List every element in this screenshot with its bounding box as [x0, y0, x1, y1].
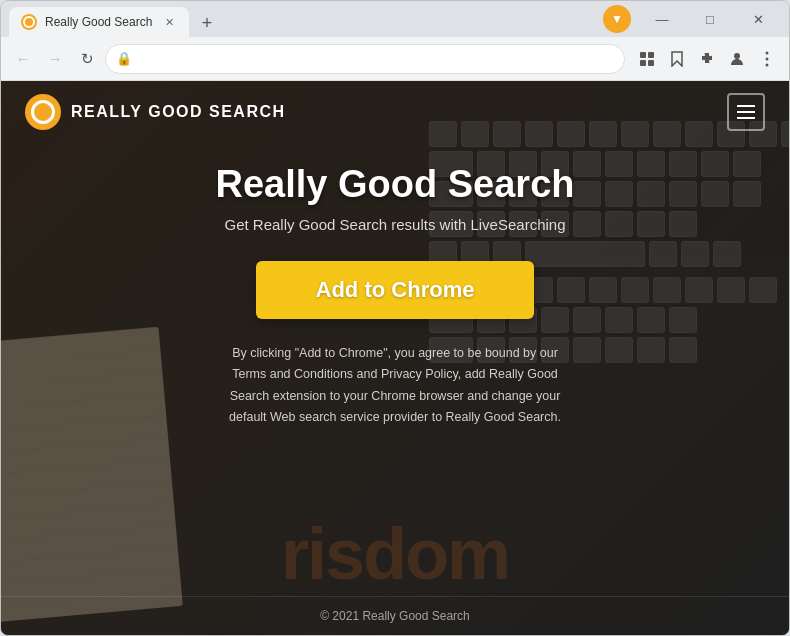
svg-marker-4: [672, 52, 682, 66]
site-footer: © 2021 Really Good Search: [1, 596, 789, 635]
footer-text: © 2021 Really Good Search: [320, 609, 470, 623]
site-logo: REALLY GOOD SEARCH: [25, 94, 286, 130]
svg-rect-0: [640, 52, 646, 58]
tab-favicon-icon: [21, 14, 37, 30]
svg-rect-1: [648, 52, 654, 58]
tab-title: Really Good Search: [45, 15, 153, 29]
bookmark-icon[interactable]: [663, 45, 691, 73]
address-bar[interactable]: 🔒: [105, 44, 625, 74]
svg-point-6: [766, 51, 769, 54]
svg-point-5: [734, 53, 740, 59]
svg-rect-3: [648, 60, 654, 66]
more-options-icon[interactable]: [753, 45, 781, 73]
hamburger-line-2: [737, 111, 755, 113]
hero-title: Really Good Search: [41, 163, 749, 206]
hero-subtitle: Get Really Good Search results with Live…: [41, 216, 749, 233]
watermark: risdom: [281, 513, 509, 595]
back-button[interactable]: ←: [9, 45, 37, 73]
hero-disclaimer: By clicking "Add to Chrome", you agree t…: [215, 343, 575, 428]
active-tab[interactable]: Really Good Search ✕: [9, 7, 189, 37]
hero-content: Really Good Search Get Really Good Searc…: [1, 143, 789, 428]
svg-rect-2: [640, 60, 646, 66]
maximize-button[interactable]: □: [687, 5, 733, 33]
forward-button[interactable]: →: [41, 45, 69, 73]
title-bar: Really Good Search ✕ + ▼ — □ ✕: [1, 1, 789, 37]
close-button[interactable]: ✕: [735, 5, 781, 33]
hamburger-menu-button[interactable]: [727, 93, 765, 131]
site-logo-icon: [25, 94, 61, 130]
svg-point-8: [766, 63, 769, 66]
extensions-puzzle-icon[interactable]: [693, 45, 721, 73]
extensions-grid-icon[interactable]: [633, 45, 661, 73]
website-background: risdom REALLY GOOD SEARCH Really Good Se…: [1, 81, 789, 635]
toolbar: ← → ↻ 🔒: [1, 37, 789, 81]
minimize-button[interactable]: —: [639, 5, 685, 33]
page-content: risdom REALLY GOOD SEARCH Really Good Se…: [1, 81, 789, 635]
hamburger-line-1: [737, 105, 755, 107]
tab-close-button[interactable]: ✕: [161, 14, 177, 30]
profile-icon[interactable]: ▼: [603, 5, 631, 33]
toolbar-right-icons: [633, 45, 781, 73]
reload-button[interactable]: ↻: [73, 45, 101, 73]
profile-icon-down-arrow: ▼: [611, 12, 623, 26]
profile-avatar-icon[interactable]: [723, 45, 751, 73]
lock-icon: 🔒: [116, 51, 132, 66]
tab-bar: Really Good Search ✕ +: [9, 1, 599, 37]
browser-frame: Really Good Search ✕ + ▼ — □ ✕ ← → ↻ 🔒: [0, 0, 790, 636]
new-tab-button[interactable]: +: [193, 9, 221, 37]
add-to-chrome-button[interactable]: Add to Chrome: [256, 261, 535, 319]
site-logo-text: REALLY GOOD SEARCH: [71, 103, 286, 121]
site-navbar: REALLY GOOD SEARCH: [1, 81, 789, 143]
svg-point-7: [766, 57, 769, 60]
window-controls: — □ ✕: [639, 5, 781, 33]
hamburger-line-3: [737, 117, 755, 119]
